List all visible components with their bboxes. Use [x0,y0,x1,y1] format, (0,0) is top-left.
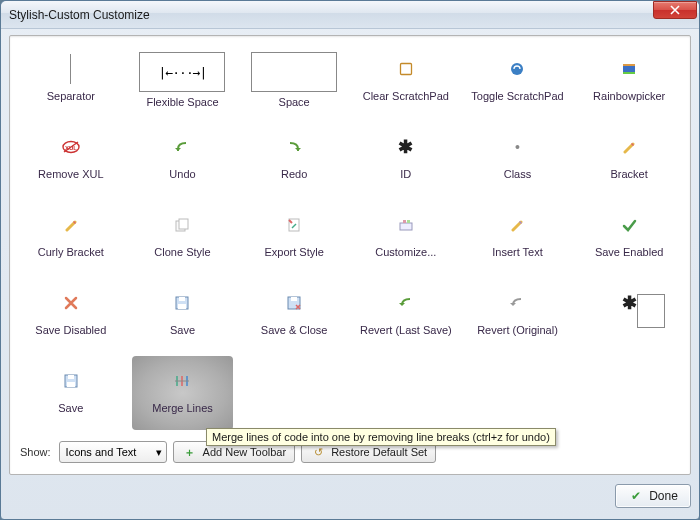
svg-rect-11 [400,223,412,230]
restore-default-label: Restore Default Set [331,446,427,458]
tooltip: Merge lines of code into one by removing… [206,428,556,446]
toolbar-item[interactable]: Clone Style [130,198,236,276]
plus-icon: ＋ [182,444,198,460]
toolbar-item-label: Save & Close [261,324,328,336]
svg-rect-15 [179,297,185,301]
id-icon: ✱ [389,130,423,164]
toolbar-item[interactable]: ✱ [576,276,682,354]
window-title: Stylish-Custom Customize [9,8,150,22]
svg-rect-16 [178,304,186,309]
toolbar-item[interactable]: Save Enabled [576,198,682,276]
toolbar-item-label: Revert (Last Save) [360,324,452,336]
toolbar-item[interactable]: Customize... [353,198,459,276]
clone-style-icon [165,208,199,242]
toolbar-item-label: Revert (Original) [477,324,558,336]
toolbar-item-label: Insert Text [492,246,543,258]
chevron-down-icon: ▾ [156,446,162,459]
toolbar-items-grid: Separator|←···→|Flexible SpaceSpaceClear… [18,42,682,434]
titlebar[interactable]: Stylish-Custom Customize [1,1,699,29]
toolbar-item[interactable]: Curly Bracket [18,198,124,276]
show-mode-select[interactable]: Icons and Text ▾ [59,441,167,463]
save-alt-icon [54,364,88,398]
svg-rect-21 [67,382,75,387]
flex-space-icon: |←···→| [139,52,225,92]
toolbar-item[interactable]: Revert (Last Save) [353,276,459,354]
toolbar-item[interactable]: Merge Lines [132,356,234,430]
toolbar-item[interactable]: |←···→|Flexible Space [130,42,236,120]
toolbar-item-label: Separator [47,90,95,102]
revert-original-icon [500,286,534,320]
content-panel: Separator|←···→|Flexible SpaceSpaceClear… [9,35,691,475]
toolbar-item[interactable]: Save & Close [241,276,347,354]
toolbar-item[interactable]: XULRemove XUL [18,120,124,198]
svg-rect-3 [623,64,635,66]
bracket-icon [612,130,646,164]
remove-xul-icon: XUL [54,130,88,164]
footer: ✔ Done [9,481,691,511]
clear-scratchpad-icon [389,52,423,86]
svg-rect-13 [407,220,410,223]
check-icon: ✔ [628,488,644,504]
done-button[interactable]: ✔ Done [615,484,691,508]
window-close-button[interactable] [653,1,697,19]
toolbar-item-label: Customize... [375,246,436,258]
toolbar-item[interactable]: Clear ScratchPad [353,42,459,120]
class-icon: • [500,130,534,164]
toolbar-item-label: Space [279,96,310,108]
save-icon [165,286,199,320]
toolbar-item[interactable]: Toggle ScratchPad [465,42,571,120]
toolbar-item[interactable]: Save [18,354,124,432]
toolbar-item-label: Flexible Space [146,96,218,108]
toolbar-item[interactable]: Save Disabled [18,276,124,354]
save-enabled-icon [612,208,646,242]
toolbar-item-label: Rainbowpicker [593,90,665,102]
toolbar-item-label: Save Disabled [35,324,106,336]
toolbar-item-label: Curly Bracket [38,246,104,258]
show-mode-value: Icons and Text [66,446,137,458]
toolbar-item-label: Bracket [611,168,648,180]
toolbar-item[interactable]: ✱ID [353,120,459,198]
toolbar-item[interactable]: Space [241,42,347,120]
toolbar-item[interactable]: Undo [130,120,236,198]
toolbar-item[interactable]: Bracket [576,120,682,198]
redo-icon [277,130,311,164]
toolbar-item[interactable]: Insert Text [465,198,571,276]
add-new-toolbar-label: Add New Toolbar [203,446,287,458]
svg-rect-9 [179,219,188,229]
toolbar-item[interactable]: Revert (Original) [465,276,571,354]
insert-text-icon [500,208,534,242]
space-icon [251,52,337,92]
svg-rect-20 [68,375,74,379]
restore-icon: ↺ [310,444,326,460]
toolbar-item-label: Toggle ScratchPad [471,90,563,102]
toggle-scratchpad-icon [500,52,534,86]
toolbar-item[interactable]: Export Style [241,198,347,276]
toolbar-item[interactable]: Redo [241,120,347,198]
toolbar-item[interactable]: Rainbowpicker [576,42,682,120]
customize-icon [389,208,423,242]
toolbar-item-label: ID [400,168,411,180]
toolbar-item-label: Save [170,324,195,336]
toolbar-item[interactable]: Save [130,276,236,354]
toolbar-item-label: Class [504,168,532,180]
undo-icon [165,130,199,164]
svg-rect-12 [403,220,406,223]
done-label: Done [649,489,678,503]
save-disabled-icon [54,286,88,320]
svg-point-1 [511,63,523,75]
svg-rect-4 [623,72,635,74]
toolbar-item-label: Save [58,402,83,414]
curly-bracket-icon [54,208,88,242]
export-style-icon [277,208,311,242]
toolbar-item-label: Clear ScratchPad [363,90,449,102]
dialog-window: Stylish-Custom Customize Separator|←···→… [0,0,700,520]
toolbar-item-label: Save Enabled [595,246,664,258]
toolbar-item[interactable]: •Class [465,120,571,198]
svg-rect-0 [400,64,411,75]
revert-last-icon [389,286,423,320]
toolbar-item-label: Merge Lines [152,402,213,414]
show-label: Show: [20,446,51,458]
toolbar-item-label: Export Style [265,246,324,258]
separator-icon [54,52,88,86]
toolbar-item[interactable]: Separator [18,42,124,120]
